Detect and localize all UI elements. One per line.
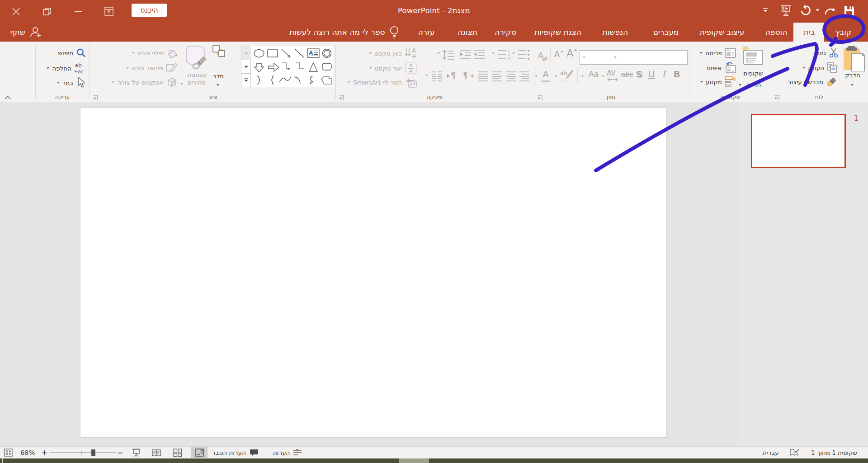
align-center-button[interactable]: [506, 71, 517, 83]
numbering-button[interactable]: 123: [497, 49, 510, 62]
select-dropdown-caret[interactable]: [57, 82, 60, 84]
paste-button[interactable]: הדבק: [838, 44, 867, 95]
text-direction-button[interactable]: כיוון טקסט A: [369, 47, 417, 59]
font-color-button[interactable]: A: [540, 69, 552, 80]
shapes-scroll-up[interactable]: [241, 46, 251, 60]
shape-effects-button[interactable]: אפקטים של צורה: [112, 77, 178, 88]
paste-caret: [851, 84, 854, 86]
tab-transitions[interactable]: מעברים: [653, 23, 679, 42]
shapes-more-button[interactable]: [241, 73, 251, 87]
right-to-left-direction-button[interactable]: ¶: [462, 71, 474, 83]
shrink-font-button[interactable]: A: [553, 49, 565, 59]
tab-slideshow[interactable]: הצגת שקופיות: [534, 23, 581, 42]
qat-customize-button[interactable]: [761, 0, 769, 21]
italic-button[interactable]: I: [658, 69, 669, 80]
replace-button[interactable]: החלפה ab ac: [47, 62, 86, 74]
shape-outline-button[interactable]: מיתאר צורה: [126, 62, 178, 73]
tab-help[interactable]: עזרה: [418, 23, 434, 42]
underline-button[interactable]: U: [646, 69, 657, 80]
text-highlight-button[interactable]: ab: [560, 69, 574, 85]
find-button[interactable]: חיפוש: [52, 48, 86, 58]
chevron-down-icon: [816, 9, 820, 12]
reading-view-button[interactable]: [152, 447, 161, 458]
arrange-button[interactable]: סדר: [209, 45, 228, 95]
format-painter-button[interactable]: מברשת עיצוב: [788, 77, 837, 87]
cut-button[interactable]: גזור: [816, 48, 839, 58]
replace-label: החלפה: [52, 65, 71, 72]
select-button[interactable]: בחר: [57, 77, 86, 89]
quick-styles-label-1: סגנונות: [183, 71, 210, 79]
clear-formatting-button[interactable]: A: [537, 51, 549, 64]
paragraph-dialog-launcher[interactable]: [339, 94, 344, 99]
columns-button[interactable]: [431, 71, 443, 83]
increase-indent-button[interactable]: [459, 49, 472, 61]
qat-save-button[interactable]: [843, 0, 855, 21]
clipboard-dialog-launcher[interactable]: [774, 94, 779, 99]
share-button[interactable]: שתף: [10, 23, 42, 42]
text-shadow-button[interactable]: S: [634, 69, 645, 80]
qat-start-slideshow-button[interactable]: [779, 0, 792, 21]
slide-thumbnail-1[interactable]: [751, 114, 846, 168]
font-size-combobox[interactable]: [580, 50, 611, 65]
grow-font-button[interactable]: A: [566, 47, 578, 59]
justify-button[interactable]: [478, 71, 489, 83]
copy-caret[interactable]: [802, 67, 805, 69]
align-left-button[interactable]: [492, 71, 503, 83]
align-right-button[interactable]: [519, 71, 530, 83]
shape-fill-button[interactable]: מילוי צורה: [132, 48, 178, 58]
qat-redo-button[interactable]: [824, 0, 836, 21]
section-button[interactable]: מקטע: [700, 76, 736, 87]
tab-view[interactable]: תצוגה: [458, 23, 477, 42]
change-case-caret[interactable]: [581, 76, 584, 77]
slide-canvas[interactable]: [80, 108, 666, 437]
tab-design[interactable]: עיצוב שקופית: [700, 23, 745, 42]
bold-button[interactable]: B: [671, 69, 683, 80]
font-dialog-launcher[interactable]: [537, 94, 542, 99]
tab-home[interactable]: בית: [804, 23, 815, 42]
normal-view-button[interactable]: [191, 447, 208, 458]
tab-insert[interactable]: הוספה: [765, 23, 788, 42]
notes-button[interactable]: הערות: [273, 447, 302, 458]
replace-dropdown-caret[interactable]: [47, 67, 49, 69]
slide-sorter-view-button[interactable]: [173, 447, 182, 458]
collapse-ribbon-button[interactable]: [5, 93, 11, 101]
bullets-button[interactable]: [517, 49, 530, 62]
line-spacing-button[interactable]: [442, 49, 454, 62]
drawing-dialog-launcher[interactable]: [93, 94, 98, 99]
highlight-caret[interactable]: [555, 76, 557, 77]
new-slide-button[interactable]: שקופית חדשה: [737, 44, 769, 95]
tab-file[interactable]: קובץ: [835, 23, 852, 42]
quick-styles-button[interactable]: סגנונות מהירים: [183, 45, 210, 95]
reset-button[interactable]: איפוס: [701, 62, 736, 73]
character-spacing-button[interactable]: AV: [606, 69, 620, 84]
shapes-scroll-down[interactable]: [241, 60, 251, 73]
convert-smartart-button[interactable]: המר ל- SmartArt: [348, 76, 417, 88]
tab-review[interactable]: סקירה: [495, 23, 516, 42]
title-bar: היכנס מצגת2 - PowerPoint: [0, 0, 868, 23]
tab-animations[interactable]: הנפשות: [603, 23, 628, 42]
zoom-out-button[interactable]: −: [117, 447, 123, 458]
char-spacing-caret[interactable]: [602, 76, 604, 77]
layout-button[interactable]: פריסה: [700, 47, 736, 58]
zoom-slider-handle[interactable]: [91, 449, 95, 456]
tell-me-box[interactable]: ספר לי מה אתה רוצה לעשות: [289, 23, 400, 42]
strikethrough-button[interactable]: abc: [621, 70, 634, 82]
change-case-button[interactable]: Aa: [585, 70, 602, 79]
align-text-button[interactable]: ישר טקסט: [369, 62, 417, 75]
font-color-caret[interactable]: [535, 76, 538, 77]
decrease-indent-button[interactable]: [473, 49, 486, 61]
zoom-level[interactable]: 68%: [20, 447, 35, 458]
zoom-slider[interactable]: [50, 447, 116, 458]
zoom-in-button[interactable]: +: [41, 447, 47, 458]
shapes-grid-icon[interactable]: A: [251, 46, 333, 87]
copy-button[interactable]: העתק: [802, 62, 837, 73]
font-name-combobox[interactable]: [611, 50, 688, 65]
language-indicator[interactable]: עברית: [763, 447, 779, 458]
left-to-right-direction-button[interactable]: ¶: [447, 71, 458, 83]
qat-undo-dropdown[interactable]: [814, 0, 821, 21]
fit-slide-button[interactable]: [4, 447, 13, 458]
spellcheck-button[interactable]: [789, 447, 799, 458]
captions-button[interactable]: הערות הסבר: [212, 447, 259, 458]
slideshow-view-button[interactable]: [132, 447, 141, 458]
qat-undo-button[interactable]: [799, 0, 812, 21]
